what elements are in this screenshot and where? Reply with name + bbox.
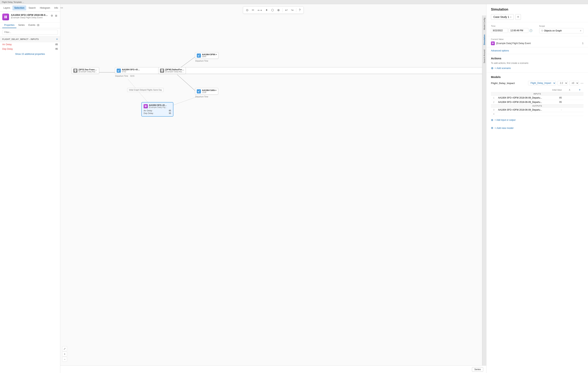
selected-node-text: AA1004 SFO->DFW 2018... [Example Data] F…	[149, 104, 168, 108]
node-flight2[interactable]: AA1064 DFW-> 0944 Departure Time	[195, 52, 219, 59]
selected-node-with-props[interactable]: AA1004 SFO->DFW 2018... [Example Data] F…	[141, 102, 173, 117]
tool-filter[interactable]: ⬡	[270, 7, 275, 13]
dep-delay-label: Dep Delay	[2, 48, 13, 50]
flight1-time: Departure Time 0215	[115, 75, 134, 77]
selected-item-info: AA1004 SFO->DFW 2018-06-09... [Example D…	[0, 12, 60, 22]
sfo-sub: [Example Data] Airport	[79, 71, 97, 73]
flight2-icon	[197, 53, 201, 58]
flight1-title: AA1004 SFO->DFW 2018...	[122, 68, 141, 71]
svg-rect-0	[4, 16, 5, 17]
dfw-icon	[160, 69, 164, 73]
arr-delay-label: Arr Delay	[2, 43, 12, 46]
selected-node-header: AA1004 SFO->DFW 2018... [Example Data] F…	[144, 104, 171, 108]
flight3-text: AA1064 SAN-> 1538	[202, 89, 217, 93]
prop-tab-series[interactable]: Series	[16, 22, 27, 28]
selected-item-icon	[2, 14, 9, 20]
flight1-sub: 0732	[122, 71, 141, 73]
prop-tab-properties[interactable]: Properties	[2, 22, 16, 28]
dfw-title: [DFW] Dallas/Fort W...	[165, 68, 184, 71]
prop-row-arr-delay: Arr Delay 85	[0, 42, 60, 47]
sfo-icon	[73, 69, 77, 73]
dfw-sub: [Example Data] Airport	[165, 71, 184, 73]
arr-delay-value: 85	[55, 43, 58, 46]
section-title: FLIGHT_DELAY_IMPACT - INPUTS	[2, 38, 39, 40]
top-bar: Flight Delay Template ...	[0, 0, 294, 4]
tab-info[interactable]: Info	[52, 5, 60, 10]
prop-row-dep-delay: Dep Delay 95	[0, 47, 60, 51]
flight2-text: AA1064 DFW-> 0944	[202, 53, 217, 58]
property-tabs: Properties Series Events 0	[0, 22, 60, 28]
app-title: Flight Delay Template ...	[2, 1, 24, 3]
tool-target[interactable]: ⊙	[245, 7, 250, 13]
collapse-btn[interactable]: <<	[60, 7, 63, 9]
selected-text: AA1004 SFO->DFW 2018-06-09... [Example D…	[11, 14, 48, 19]
tool-close[interactable]: ⊗	[276, 7, 281, 13]
annotation-box: Initial Graph Delayed Flights Same Day	[127, 88, 164, 92]
tab-search[interactable]: Search	[27, 5, 38, 10]
flight2-sub: 0944	[202, 56, 217, 58]
selected-node-dep-delay: Dep Delay 95	[144, 112, 171, 114]
svg-rect-12	[145, 106, 146, 107]
selected-node-title: AA1004 SFO->DFW 2018...	[149, 104, 168, 106]
section-add-btn[interactable]: +	[56, 38, 58, 41]
node-flight3[interactable]: AA1064 SAN-> 1538 Departure Time	[195, 88, 218, 94]
filter-row	[0, 28, 60, 36]
sfo-text: [SFO] San Francisco ... [Example Data] A…	[79, 68, 97, 73]
svg-line-8	[128, 80, 151, 106]
selected-title: AA1004 SFO->DFW 2018-06-09...	[11, 14, 48, 16]
svg-rect-10	[145, 105, 146, 106]
svg-rect-1	[6, 16, 7, 17]
main-canvas[interactable]: ⊙ ✂ ⟷ ✦ ⬡ ⊗ ↩ ↪ ?	[60, 4, 294, 186]
tab-layers[interactable]: Layers	[1, 5, 12, 10]
graph-edges	[60, 4, 294, 186]
flight3-title: AA1064 SAN->	[202, 89, 217, 91]
flight3-sub: 1538	[202, 91, 217, 93]
node-dfw[interactable]: [DFW] Dallas/Fort W... [Example Data] Ai…	[158, 67, 186, 74]
flight3-icon	[197, 89, 201, 93]
tool-cut[interactable]: ✂	[251, 7, 256, 13]
tool-separator	[282, 8, 283, 12]
svg-rect-13	[146, 106, 147, 107]
selected-node-sub: [Example Data] Flight Dela...	[149, 106, 168, 108]
canvas-toolbar: ⊙ ✂ ⟷ ✦ ⬡ ⊗ ↩ ↪ ?	[243, 6, 294, 14]
selected-node-icon	[144, 104, 148, 108]
tool-expand[interactable]: ✦	[264, 7, 269, 13]
flight3-time: Departure Time	[195, 96, 208, 98]
node-flight1[interactable]: AA1004 SFO->DFW 2018... 0732 1 Departure…	[115, 67, 294, 74]
flight1-text: AA1004 SFO->DFW 2018... 0732	[122, 68, 141, 73]
flight2-time: Departure Time	[195, 60, 208, 62]
selected-node-arr-delay: Arr Delay 85	[144, 109, 171, 112]
selected-actions: ⚙ ⊞	[50, 14, 58, 18]
selected-subtitle: [Example Data] Flight Delay Event	[11, 16, 48, 19]
dep-delay-value: 95	[55, 48, 58, 50]
share-icon[interactable]: ⊞	[54, 14, 58, 18]
tabs-row: Layers Selection Search Histogram Info <…	[0, 4, 60, 12]
tool-link[interactable]: ⟷	[256, 7, 263, 13]
events-badge: 0	[37, 24, 40, 26]
flight2-title: AA1064 DFW->	[202, 53, 217, 56]
svg-rect-3	[6, 17, 7, 18]
dfw-text: [DFW] Dallas/Fort W... [Example Data] Ai…	[165, 68, 184, 73]
show-more-link[interactable]: Show 15 additional properties	[0, 51, 60, 57]
section-header: FLIGHT_DELAY_IMPACT - INPUTS +	[0, 36, 60, 42]
tool-undo[interactable]: ↩	[284, 7, 289, 13]
node-sfo[interactable]: [SFO] San Francisco ... [Example Data] A…	[72, 67, 99, 74]
svg-line-7	[177, 75, 196, 91]
prop-tab-events[interactable]: Events 0	[27, 22, 42, 28]
svg-rect-2	[4, 17, 5, 18]
graph-container: [SFO] San Francisco ... [Example Data] A…	[60, 4, 294, 186]
tab-histogram[interactable]: Histogram	[38, 5, 52, 10]
filter-input[interactable]	[2, 30, 58, 35]
left-panel: Layers Selection Search Histogram Info <…	[0, 4, 60, 186]
svg-rect-11	[146, 105, 147, 106]
sfo-title: [SFO] San Francisco ...	[79, 68, 97, 71]
flight1-icon	[117, 69, 121, 73]
tool-redo[interactable]: ↪	[290, 7, 294, 13]
settings-icon[interactable]: ⚙	[50, 14, 54, 18]
tab-selection[interactable]: Selection	[12, 5, 26, 10]
